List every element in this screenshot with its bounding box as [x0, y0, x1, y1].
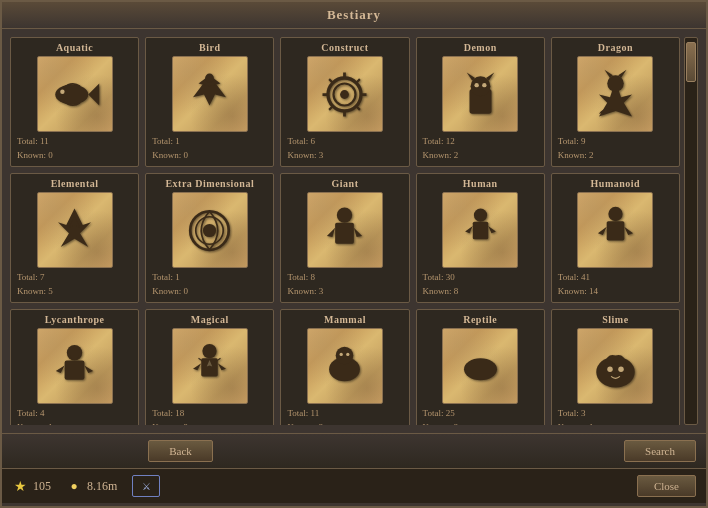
svg-point-23 [203, 343, 217, 357]
card-title-human: Human [463, 178, 498, 189]
card-image-reptile [442, 328, 518, 404]
content-area: Aquatic Total: 11Known: 0 Bird Total: 1K… [2, 29, 706, 433]
card-stats-slime: Total: 3Known: 1 [556, 407, 675, 425]
emblem-icon: ⚔ [132, 475, 160, 497]
card-aquatic[interactable]: Aquatic Total: 11Known: 0 [10, 37, 139, 167]
star-icon: ★ [12, 478, 28, 494]
card-stats-construct: Total: 6Known: 3 [285, 135, 404, 162]
svg-point-33 [618, 366, 624, 372]
card-image-humanoid [577, 192, 653, 268]
scrollbar-thumb[interactable] [686, 42, 696, 82]
svg-point-27 [340, 352, 343, 355]
card-image-dragon [577, 56, 653, 132]
svg-point-26 [336, 346, 354, 364]
card-image-bird [172, 56, 248, 132]
gold-status: ● 8.16m [66, 478, 117, 494]
card-image-slime [577, 328, 653, 404]
svg-point-19 [608, 206, 622, 220]
svg-point-9 [474, 82, 478, 86]
card-elemental[interactable]: Elemental Total: 7Known: 5 [10, 173, 139, 303]
card-image-magical [172, 328, 248, 404]
coin-icon: ● [66, 478, 82, 494]
card-humanoid[interactable]: Humanoid Total: 41Known: 14 [551, 173, 680, 303]
card-mammal[interactable]: Mammal Total: 11Known: 3 [280, 309, 409, 425]
card-construct[interactable]: Construct Total: 6Known: 3 [280, 37, 409, 167]
card-title-slime: Slime [602, 314, 628, 325]
card-title-giant: Giant [332, 178, 359, 189]
close-button[interactable]: Close [637, 475, 696, 497]
svg-point-14 [203, 223, 216, 236]
svg-point-10 [482, 82, 486, 86]
bestiary-grid: Aquatic Total: 11Known: 0 Bird Total: 1K… [10, 37, 680, 425]
card-stats-demon: Total: 12Known: 2 [421, 135, 540, 162]
card-stats-mammal: Total: 11Known: 3 [285, 407, 404, 425]
card-dragon[interactable]: Dragon Total: 9Known: 2 [551, 37, 680, 167]
card-human[interactable]: Human Total: 30Known: 8 [416, 173, 545, 303]
svg-point-0 [55, 84, 88, 104]
card-image-mammal [307, 328, 383, 404]
card-lycanthrope[interactable]: Lycanthrope Total: 4Known: 1 [10, 309, 139, 425]
card-title-lycanthrope: Lycanthrope [45, 314, 105, 325]
card-image-human [442, 192, 518, 268]
svg-point-32 [607, 366, 613, 372]
search-button[interactable]: Search [624, 440, 696, 462]
card-extra-dimensional[interactable]: Extra Dimensional Total: 1Known: 0 [145, 173, 274, 303]
card-stats-human: Total: 30Known: 8 [421, 271, 540, 298]
card-magical[interactable]: Magical Total: 18Known: 3 [145, 309, 274, 425]
gold-value: 8.16m [87, 479, 117, 494]
card-image-giant [307, 192, 383, 268]
card-title-extra-dimensional: Extra Dimensional [165, 178, 254, 189]
card-stats-aquatic: Total: 11Known: 0 [15, 135, 134, 162]
status-bar: ★ 105 ● 8.16m ⚔ Close [2, 468, 706, 503]
bestiary-window: Bestiary Aquatic Total: 11Known: 0 Bird … [0, 0, 708, 508]
svg-point-15 [337, 207, 352, 222]
card-title-demon: Demon [464, 42, 497, 53]
card-image-construct [307, 56, 383, 132]
card-image-aquatic [37, 56, 113, 132]
card-stats-elemental: Total: 7Known: 5 [15, 271, 134, 298]
card-stats-magical: Total: 18Known: 3 [150, 407, 269, 425]
stars-status: ★ 105 [12, 478, 51, 494]
card-image-lycanthrope [37, 328, 113, 404]
window-title: Bestiary [327, 7, 381, 22]
card-title-mammal: Mammal [324, 314, 366, 325]
card-stats-humanoid: Total: 41Known: 14 [556, 271, 675, 298]
card-title-aquatic: Aquatic [56, 42, 93, 53]
svg-point-6 [341, 90, 350, 99]
card-title-humanoid: Humanoid [591, 178, 641, 189]
card-bird[interactable]: Bird Total: 1Known: 0 [145, 37, 274, 167]
title-bar: Bestiary [2, 2, 706, 29]
svg-point-17 [474, 208, 487, 221]
card-giant[interactable]: Giant Total: 8Known: 3 [280, 173, 409, 303]
card-title-dragon: Dragon [598, 42, 633, 53]
scrollbar[interactable] [684, 37, 698, 425]
card-image-elemental [37, 192, 113, 268]
card-title-construct: Construct [321, 42, 368, 53]
card-image-demon [442, 56, 518, 132]
card-image-extra-dimensional [172, 192, 248, 268]
svg-point-11 [607, 75, 624, 92]
card-slime[interactable]: Slime Total: 3Known: 1 [551, 309, 680, 425]
svg-rect-20 [607, 221, 625, 240]
card-stats-giant: Total: 8Known: 3 [285, 271, 404, 298]
card-stats-dragon: Total: 9Known: 2 [556, 135, 675, 162]
svg-marker-1 [88, 83, 99, 105]
card-title-elemental: Elemental [51, 178, 99, 189]
bottom-bar: Back Search [2, 433, 706, 468]
stars-value: 105 [33, 479, 51, 494]
svg-point-29 [464, 358, 497, 380]
card-title-magical: Magical [191, 314, 229, 325]
card-stats-reptile: Total: 25Known: 3 [421, 407, 540, 425]
back-button[interactable]: Back [148, 440, 213, 462]
svg-rect-16 [336, 222, 355, 243]
svg-rect-18 [472, 221, 487, 239]
svg-point-2 [60, 89, 64, 93]
card-stats-bird: Total: 1Known: 0 [150, 135, 269, 162]
svg-point-28 [347, 352, 350, 355]
card-stats-extra-dimensional: Total: 1Known: 0 [150, 271, 269, 298]
card-reptile[interactable]: Reptile Total: 25Known: 3 [416, 309, 545, 425]
card-stats-lycanthrope: Total: 4Known: 1 [15, 407, 134, 425]
card-demon[interactable]: Demon Total: 12Known: 2 [416, 37, 545, 167]
card-title-bird: Bird [199, 42, 220, 53]
card-title-reptile: Reptile [463, 314, 497, 325]
